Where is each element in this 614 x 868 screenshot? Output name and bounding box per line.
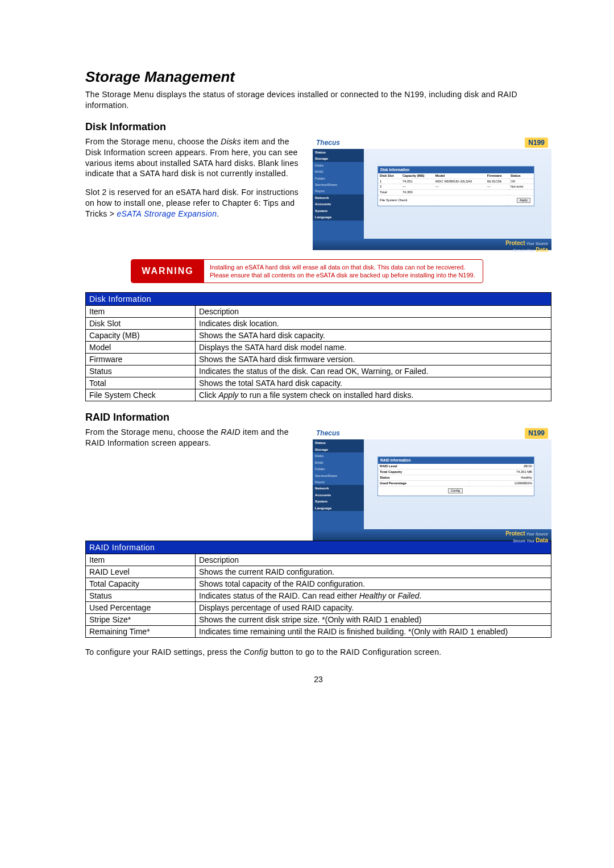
raid-info-table: RAID Information Item Description RAID L… [85, 541, 551, 638]
table-title: RAID Information [86, 541, 551, 554]
sidebar-item[interactable]: Status [313, 439, 364, 446]
config-note: To configure your RAID settings, press t… [85, 647, 551, 658]
sidebar-item[interactable]: Accounts [313, 492, 364, 498]
sidebar-item[interactable]: Nsync [313, 479, 364, 485]
disk-info-para1: From the Storage menu, choose the Disks … [85, 136, 302, 180]
sidebar-item[interactable]: Folder [313, 466, 364, 472]
sidebar-item[interactable]: RAID [313, 168, 364, 175]
sidebar-item[interactable]: Network [313, 194, 364, 201]
panel-title: Disk Information [378, 167, 534, 173]
col-desc: Description [196, 306, 551, 318]
disk-info-row: From the Storage menu, choose the Disks … [85, 136, 551, 250]
logo: Thecus [316, 429, 340, 437]
sidebar-item[interactable]: Status [313, 149, 364, 155]
sidebar: Status Storage Disks RAID Folder Service… [313, 149, 364, 240]
brand-badge: N199 [525, 428, 548, 438]
sidebar-item[interactable]: Storage [313, 446, 364, 452]
config-button[interactable]: Config [448, 488, 463, 493]
section-title: Storage Management [85, 68, 551, 86]
table-row: TotalShows the total SATA hard disk capa… [86, 377, 551, 389]
table-row: File System Check Click Apply to run a f… [86, 389, 551, 401]
warning-label: WARNING [131, 260, 204, 283]
table-row: Total CapacityShows total capacity of th… [86, 578, 551, 590]
sidebar-item[interactable]: Network [313, 485, 364, 491]
sidebar-item[interactable]: System [313, 207, 364, 214]
table-row: Disk SlotIndicates disk location. [86, 318, 551, 330]
table-row: Stripe Size*Shows the current disk strip… [86, 614, 551, 626]
table-row: Remaining Time*Indicates time remaining … [86, 626, 551, 638]
sidebar-item[interactable]: Service/Share [313, 181, 364, 188]
warning-message: Installing an eSATA hard disk will erase… [204, 260, 483, 283]
raid-info-screenshot: Thecus N199 Status Storage Disks RAID Fo… [313, 427, 551, 541]
sidebar-item[interactable]: Language [313, 505, 364, 511]
table-row: RAID LevelShows the current RAID configu… [86, 566, 551, 578]
table-row: Status Indicates status of the RAID. Can… [86, 590, 551, 602]
disk-info-screenshot: Thecus N199 Status Storage Disks RAID Fo… [313, 136, 551, 250]
col-item: Item [86, 554, 196, 566]
logo: Thecus [316, 139, 340, 147]
disk-info-para2: Slot 2 is reserved for an eSATA hard dis… [85, 187, 302, 219]
warning-box: WARNING Installing an eSATA hard disk wi… [131, 259, 483, 284]
sidebar-item[interactable]: Storage [313, 155, 364, 161]
raid-info-para: From the Storage menu, choose the RAID i… [85, 427, 302, 448]
sidebar-item[interactable]: Language [313, 214, 364, 220]
brand-badge: N199 [525, 138, 548, 148]
table-row: Used PercentageDisplays percentage of us… [86, 602, 551, 614]
disk-info-heading: Disk Information [85, 121, 551, 133]
sidebar-item[interactable]: Nsync [313, 188, 364, 194]
raid-info-panel: RAID Information RAID LevelJBOD Total Ca… [377, 456, 534, 496]
page: Storage Management The Storage Menu disp… [6, 0, 608, 718]
esata-link: eSATA Strorage Expansion [117, 209, 217, 218]
raid-info-heading: RAID Information [85, 412, 551, 423]
apply-button[interactable]: Apply [517, 198, 530, 203]
table-title: Disk Information [86, 293, 551, 306]
sidebar-item[interactable]: Folder [313, 175, 364, 181]
sidebar-item[interactable]: Disks [313, 452, 364, 459]
table-row: Capacity (MB)Shows the SATA hard disk ca… [86, 330, 551, 342]
disk-info-panel: Disk Information Disk Slot Capacity (MB)… [377, 166, 534, 206]
sidebar-item[interactable]: RAID [313, 459, 364, 466]
page-number: 23 [85, 675, 551, 684]
sidebar-item[interactable]: System [313, 498, 364, 504]
sidebar-item[interactable]: Disks [313, 162, 364, 168]
table-row: ModelDisplays the SATA hard disk model n… [86, 342, 551, 354]
sidebar: Status Storage Disks RAID Folder Service… [313, 439, 364, 530]
disk-info-table: Disk Information Item Description Disk S… [85, 292, 551, 401]
table-row: FirmwareShows the SATA hard disk firmwar… [86, 354, 551, 366]
panel-title: RAID Information [378, 457, 534, 464]
sidebar-item[interactable]: Accounts [313, 201, 364, 207]
col-desc: Description [196, 554, 551, 566]
raid-info-row: From the Storage menu, choose the RAID i… [85, 427, 551, 541]
sidebar-item[interactable]: Service/Share [313, 472, 364, 479]
col-item: Item [86, 306, 196, 318]
table-row: StatusIndicates the status of the disk. … [86, 366, 551, 377]
intro-paragraph: The Storage Menu displays the status of … [85, 89, 551, 111]
